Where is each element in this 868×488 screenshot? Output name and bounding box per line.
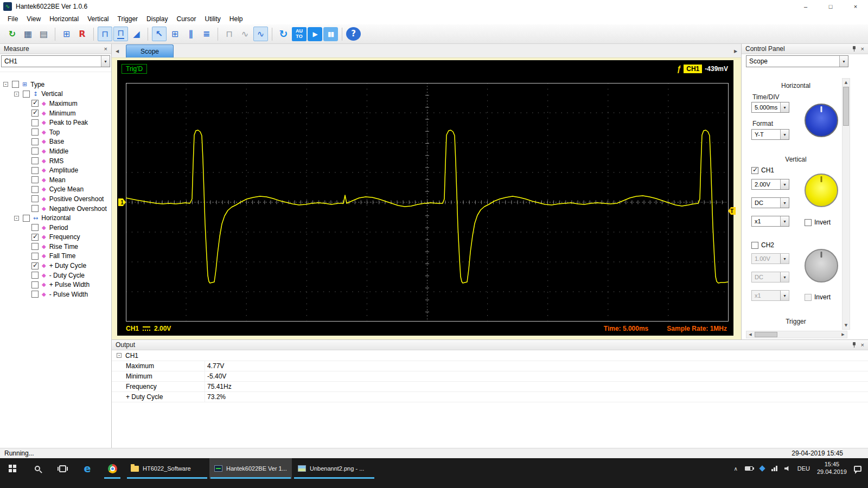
scrollbar-thumb[interactable] [755, 332, 777, 337]
checkbox-icon[interactable] [31, 234, 39, 241]
checkbox-icon[interactable] [31, 100, 39, 107]
checkbox-icon[interactable] [31, 138, 39, 145]
tree-row-fall-time[interactable]: ◆Fall Time [0, 252, 111, 261]
action-center-icon[interactable] [854, 466, 861, 472]
tree-row-minimum[interactable]: ◆Minimum [0, 108, 111, 118]
tree-row-duty-cycle[interactable]: ◆+ Duty Cycle [0, 261, 111, 271]
speaker-icon[interactable] [784, 466, 790, 472]
tree-row-rise-time[interactable]: ◆Rise Time [0, 242, 111, 252]
vertical-cursors-button[interactable]: ∥ [183, 27, 198, 41]
save-button[interactable]: ▦ [21, 27, 35, 41]
square-wave-button[interactable]: ⊓ [98, 27, 112, 41]
checkbox-icon[interactable] [31, 195, 39, 202]
tree-row-horizontal[interactable]: -↔Horizontal [0, 213, 111, 223]
tree-row-vertical[interactable]: -↕Vertical [0, 89, 111, 99]
checkbox-icon[interactable] [12, 81, 19, 88]
checkbox-icon[interactable] [31, 262, 39, 269]
checkbox-icon[interactable] [31, 281, 39, 288]
ch1-ground-marker[interactable]: 1 [118, 198, 126, 206]
ch2-invert-checkbox[interactable]: Invert [805, 293, 831, 301]
task-view-button[interactable] [50, 458, 75, 479]
sine-wave-button[interactable]: ∿ [253, 27, 268, 41]
edge-button[interactable]: e [75, 458, 100, 479]
pin-icon[interactable] [852, 342, 857, 348]
menu-item-display[interactable]: Display [142, 14, 172, 24]
wave-ruler-button[interactable]: ⊓ [113, 27, 128, 41]
import-button[interactable]: ↻ [5, 27, 20, 41]
keyboard-language[interactable]: DEU [797, 465, 810, 472]
measure-close-icon[interactable]: × [104, 46, 107, 52]
tree-row-negative-overshoot[interactable]: ◆Negative Overshoot [0, 204, 111, 214]
output-group-row[interactable]: - CH1 [112, 350, 868, 361]
tree-row-base[interactable]: ◆Base [0, 137, 111, 147]
soft-wave-button[interactable]: ∿ [238, 27, 252, 41]
taskbar-app-unbenannt2-png[interactable]: Unbenannt2.png - ... [293, 458, 375, 479]
collapse-icon[interactable]: - [117, 353, 122, 358]
checkbox-icon[interactable] [31, 129, 39, 136]
dropbox-icon[interactable] [759, 465, 765, 471]
maximize-button[interactable]: □ [818, 0, 843, 13]
control-mode-select[interactable]: Scope ▾ [746, 55, 848, 67]
cursor-select-button[interactable]: ↖ [152, 27, 167, 41]
ch1-probe-select[interactable]: x1 ▾ [751, 216, 789, 227]
ch2-probe-select[interactable]: x1 ▾ [751, 290, 789, 301]
tree-row-period[interactable]: ◆Period [0, 223, 111, 233]
pause-button[interactable]: ▮▮ [323, 27, 338, 41]
scroll-left-icon[interactable]: ◀ [746, 331, 754, 338]
pin-icon[interactable] [852, 46, 857, 52]
checkbox-icon[interactable] [23, 215, 30, 222]
menu-item-trigger[interactable]: Trigger [113, 14, 143, 24]
tree-row-amplitude[interactable]: ◆Amplitude [0, 165, 111, 175]
checkbox-icon[interactable] [31, 186, 39, 193]
tab-scroll-left-icon[interactable]: ◀ [113, 47, 122, 55]
close-button[interactable]: × [843, 0, 868, 13]
ch1-enable-checkbox[interactable]: CH1 [751, 166, 774, 174]
checkbox-icon[interactable] [31, 291, 39, 298]
scroll-up-icon[interactable]: ▲ [843, 79, 850, 86]
tree-row-middle[interactable]: ◆Middle [0, 146, 111, 156]
checkbox-icon[interactable] [31, 205, 39, 212]
checkbox-icon[interactable] [31, 253, 39, 260]
tree-row-duty-cycle[interactable]: ◆- Duty Cycle [0, 271, 111, 280]
menu-item-view[interactable]: View [22, 14, 45, 24]
expander-icon[interactable]: - [14, 216, 19, 221]
checkbox-icon[interactable] [31, 157, 39, 164]
expander-icon[interactable]: - [3, 82, 8, 87]
tree-row-rms[interactable]: ◆RMS [0, 156, 111, 166]
tree-row-mean[interactable]: ◆Mean [0, 175, 111, 185]
tree-row-type[interactable]: -⊞Type [0, 80, 111, 89]
ch1-position-knob[interactable] [805, 174, 838, 207]
checkbox-icon[interactable] [31, 110, 39, 117]
print-button[interactable]: ▤ [36, 27, 51, 41]
menu-item-help[interactable]: Help [225, 14, 247, 24]
menu-item-cursor[interactable]: Cursor [172, 14, 200, 24]
tree-row-pulse-width[interactable]: ◆- Pulse Width [0, 290, 111, 299]
ch2-coupling-select[interactable]: DC ▾ [751, 272, 789, 282]
format-select[interactable]: Y-T ▾ [751, 129, 789, 140]
checkbox-icon[interactable] [31, 167, 39, 174]
ch1-scale-select[interactable]: 2.00V ▾ [751, 179, 789, 190]
taskbar-app-hantek6022be-ver-1[interactable]: Hantek6022BE Ver 1... [209, 458, 292, 479]
taskbar-clock[interactable]: 15:45 29.04.2019 [817, 461, 847, 476]
tree-row-top[interactable]: ◆Top [0, 127, 111, 137]
tab-scope[interactable]: Scope [126, 44, 174, 57]
scrollbar-thumb[interactable] [843, 87, 849, 126]
reference-button[interactable]: R [75, 27, 90, 41]
ch2-position-knob[interactable] [805, 249, 838, 282]
chrome-button[interactable] [100, 458, 125, 479]
tree-row-peak-to-peak[interactable]: ◆Peak to Peak [0, 118, 111, 127]
tree-row-maximum[interactable]: ◆Maximum [0, 99, 111, 108]
tree-row-frequency[interactable]: ◆Frequency [0, 233, 111, 242]
checkbox-icon[interactable] [31, 224, 39, 231]
menu-item-file[interactable]: File [3, 14, 22, 24]
search-button[interactable] [25, 458, 50, 479]
horizontal-knob[interactable] [805, 104, 838, 137]
control-panel-close-icon[interactable]: × [861, 46, 864, 52]
taskbar-app-ht6022-software[interactable]: HT6022_Software [126, 458, 208, 479]
checkbox-icon[interactable] [31, 119, 39, 126]
network-icon[interactable] [771, 466, 777, 471]
timediv-select[interactable]: 5.000ms ▾ [751, 102, 789, 113]
ch2-scale-select[interactable]: 1.00V ▾ [751, 253, 789, 264]
expander-icon[interactable]: - [14, 92, 19, 97]
auto-button[interactable]: AUTO [292, 27, 307, 41]
